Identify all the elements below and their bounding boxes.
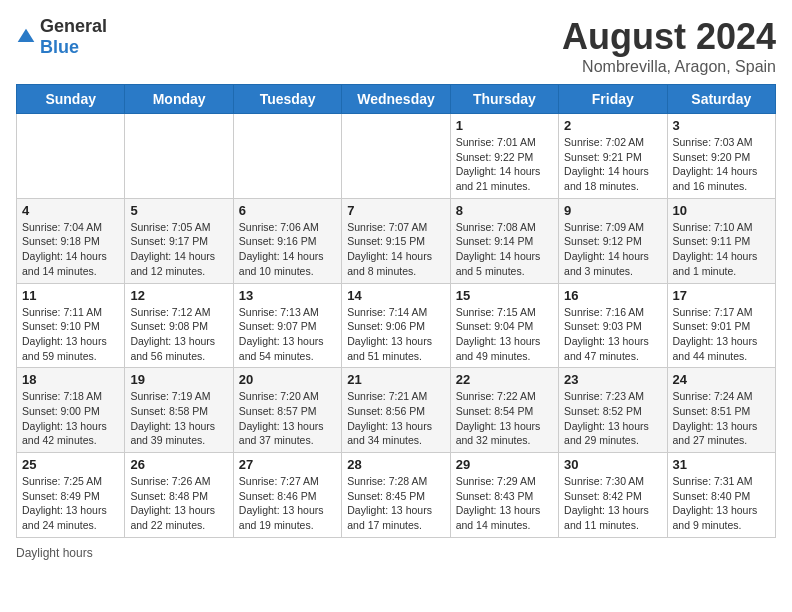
calendar-header-row: SundayMondayTuesdayWednesdayThursdayFrid… xyxy=(17,85,776,114)
calendar-cell: 24Sunrise: 7:24 AM Sunset: 8:51 PM Dayli… xyxy=(667,368,775,453)
col-header-monday: Monday xyxy=(125,85,233,114)
day-number: 18 xyxy=(22,372,119,387)
day-info: Sunrise: 7:14 AM Sunset: 9:06 PM Dayligh… xyxy=(347,305,444,364)
calendar-cell xyxy=(233,114,341,199)
col-header-friday: Friday xyxy=(559,85,667,114)
calendar-cell: 10Sunrise: 7:10 AM Sunset: 9:11 PM Dayli… xyxy=(667,198,775,283)
header: General Blue August 2024 Nombrevilla, Ar… xyxy=(16,16,776,76)
calendar-cell: 23Sunrise: 7:23 AM Sunset: 8:52 PM Dayli… xyxy=(559,368,667,453)
calendar-cell: 6Sunrise: 7:06 AM Sunset: 9:16 PM Daylig… xyxy=(233,198,341,283)
day-number: 16 xyxy=(564,288,661,303)
day-number: 23 xyxy=(564,372,661,387)
day-info: Sunrise: 7:16 AM Sunset: 9:03 PM Dayligh… xyxy=(564,305,661,364)
calendar-cell: 2Sunrise: 7:02 AM Sunset: 9:21 PM Daylig… xyxy=(559,114,667,199)
day-number: 8 xyxy=(456,203,553,218)
day-number: 3 xyxy=(673,118,770,133)
day-number: 22 xyxy=(456,372,553,387)
day-info: Sunrise: 7:08 AM Sunset: 9:14 PM Dayligh… xyxy=(456,220,553,279)
day-number: 24 xyxy=(673,372,770,387)
day-info: Sunrise: 7:12 AM Sunset: 9:08 PM Dayligh… xyxy=(130,305,227,364)
calendar-cell: 16Sunrise: 7:16 AM Sunset: 9:03 PM Dayli… xyxy=(559,283,667,368)
daylight-label: Daylight hours xyxy=(16,546,93,560)
footer: Daylight hours xyxy=(16,546,776,560)
day-number: 2 xyxy=(564,118,661,133)
week-row-4: 25Sunrise: 7:25 AM Sunset: 8:49 PM Dayli… xyxy=(17,453,776,538)
day-info: Sunrise: 7:27 AM Sunset: 8:46 PM Dayligh… xyxy=(239,474,336,533)
calendar-cell: 15Sunrise: 7:15 AM Sunset: 9:04 PM Dayli… xyxy=(450,283,558,368)
day-info: Sunrise: 7:31 AM Sunset: 8:40 PM Dayligh… xyxy=(673,474,770,533)
col-header-thursday: Thursday xyxy=(450,85,558,114)
day-number: 21 xyxy=(347,372,444,387)
calendar-cell: 13Sunrise: 7:13 AM Sunset: 9:07 PM Dayli… xyxy=(233,283,341,368)
day-number: 1 xyxy=(456,118,553,133)
calendar-cell: 9Sunrise: 7:09 AM Sunset: 9:12 PM Daylig… xyxy=(559,198,667,283)
day-number: 17 xyxy=(673,288,770,303)
day-info: Sunrise: 7:29 AM Sunset: 8:43 PM Dayligh… xyxy=(456,474,553,533)
day-info: Sunrise: 7:23 AM Sunset: 8:52 PM Dayligh… xyxy=(564,389,661,448)
day-info: Sunrise: 7:10 AM Sunset: 9:11 PM Dayligh… xyxy=(673,220,770,279)
day-number: 27 xyxy=(239,457,336,472)
day-number: 5 xyxy=(130,203,227,218)
calendar-cell: 20Sunrise: 7:20 AM Sunset: 8:57 PM Dayli… xyxy=(233,368,341,453)
col-header-saturday: Saturday xyxy=(667,85,775,114)
calendar-cell xyxy=(17,114,125,199)
col-header-wednesday: Wednesday xyxy=(342,85,450,114)
main-title: August 2024 xyxy=(562,16,776,58)
day-info: Sunrise: 7:04 AM Sunset: 9:18 PM Dayligh… xyxy=(22,220,119,279)
day-number: 29 xyxy=(456,457,553,472)
svg-marker-0 xyxy=(18,29,35,42)
calendar-cell: 7Sunrise: 7:07 AM Sunset: 9:15 PM Daylig… xyxy=(342,198,450,283)
logo-text: General Blue xyxy=(40,16,107,58)
logo-icon xyxy=(16,27,36,47)
week-row-2: 11Sunrise: 7:11 AM Sunset: 9:10 PM Dayli… xyxy=(17,283,776,368)
day-number: 13 xyxy=(239,288,336,303)
calendar-cell: 18Sunrise: 7:18 AM Sunset: 9:00 PM Dayli… xyxy=(17,368,125,453)
day-number: 31 xyxy=(673,457,770,472)
week-row-3: 18Sunrise: 7:18 AM Sunset: 9:00 PM Dayli… xyxy=(17,368,776,453)
day-info: Sunrise: 7:25 AM Sunset: 8:49 PM Dayligh… xyxy=(22,474,119,533)
week-row-0: 1Sunrise: 7:01 AM Sunset: 9:22 PM Daylig… xyxy=(17,114,776,199)
col-header-tuesday: Tuesday xyxy=(233,85,341,114)
day-number: 25 xyxy=(22,457,119,472)
day-number: 26 xyxy=(130,457,227,472)
day-number: 4 xyxy=(22,203,119,218)
day-info: Sunrise: 7:13 AM Sunset: 9:07 PM Dayligh… xyxy=(239,305,336,364)
day-number: 11 xyxy=(22,288,119,303)
logo: General Blue xyxy=(16,16,107,58)
day-info: Sunrise: 7:06 AM Sunset: 9:16 PM Dayligh… xyxy=(239,220,336,279)
day-number: 20 xyxy=(239,372,336,387)
calendar-cell xyxy=(125,114,233,199)
logo-general: General xyxy=(40,16,107,36)
day-info: Sunrise: 7:24 AM Sunset: 8:51 PM Dayligh… xyxy=(673,389,770,448)
week-row-1: 4Sunrise: 7:04 AM Sunset: 9:18 PM Daylig… xyxy=(17,198,776,283)
calendar-cell: 21Sunrise: 7:21 AM Sunset: 8:56 PM Dayli… xyxy=(342,368,450,453)
day-info: Sunrise: 7:26 AM Sunset: 8:48 PM Dayligh… xyxy=(130,474,227,533)
day-info: Sunrise: 7:20 AM Sunset: 8:57 PM Dayligh… xyxy=(239,389,336,448)
calendar-cell: 29Sunrise: 7:29 AM Sunset: 8:43 PM Dayli… xyxy=(450,453,558,538)
day-info: Sunrise: 7:19 AM Sunset: 8:58 PM Dayligh… xyxy=(130,389,227,448)
calendar-cell: 17Sunrise: 7:17 AM Sunset: 9:01 PM Dayli… xyxy=(667,283,775,368)
day-info: Sunrise: 7:11 AM Sunset: 9:10 PM Dayligh… xyxy=(22,305,119,364)
title-area: August 2024 Nombrevilla, Aragon, Spain xyxy=(562,16,776,76)
day-number: 12 xyxy=(130,288,227,303)
day-info: Sunrise: 7:01 AM Sunset: 9:22 PM Dayligh… xyxy=(456,135,553,194)
calendar-cell: 11Sunrise: 7:11 AM Sunset: 9:10 PM Dayli… xyxy=(17,283,125,368)
calendar-cell: 5Sunrise: 7:05 AM Sunset: 9:17 PM Daylig… xyxy=(125,198,233,283)
calendar-cell: 1Sunrise: 7:01 AM Sunset: 9:22 PM Daylig… xyxy=(450,114,558,199)
day-number: 14 xyxy=(347,288,444,303)
calendar-cell: 3Sunrise: 7:03 AM Sunset: 9:20 PM Daylig… xyxy=(667,114,775,199)
col-header-sunday: Sunday xyxy=(17,85,125,114)
day-info: Sunrise: 7:22 AM Sunset: 8:54 PM Dayligh… xyxy=(456,389,553,448)
calendar-cell: 26Sunrise: 7:26 AM Sunset: 8:48 PM Dayli… xyxy=(125,453,233,538)
calendar-cell: 22Sunrise: 7:22 AM Sunset: 8:54 PM Dayli… xyxy=(450,368,558,453)
logo-blue: Blue xyxy=(40,37,79,57)
day-number: 7 xyxy=(347,203,444,218)
day-info: Sunrise: 7:18 AM Sunset: 9:00 PM Dayligh… xyxy=(22,389,119,448)
calendar-cell: 8Sunrise: 7:08 AM Sunset: 9:14 PM Daylig… xyxy=(450,198,558,283)
subtitle: Nombrevilla, Aragon, Spain xyxy=(562,58,776,76)
calendar-cell: 14Sunrise: 7:14 AM Sunset: 9:06 PM Dayli… xyxy=(342,283,450,368)
day-info: Sunrise: 7:28 AM Sunset: 8:45 PM Dayligh… xyxy=(347,474,444,533)
calendar-cell: 4Sunrise: 7:04 AM Sunset: 9:18 PM Daylig… xyxy=(17,198,125,283)
day-info: Sunrise: 7:30 AM Sunset: 8:42 PM Dayligh… xyxy=(564,474,661,533)
day-info: Sunrise: 7:21 AM Sunset: 8:56 PM Dayligh… xyxy=(347,389,444,448)
